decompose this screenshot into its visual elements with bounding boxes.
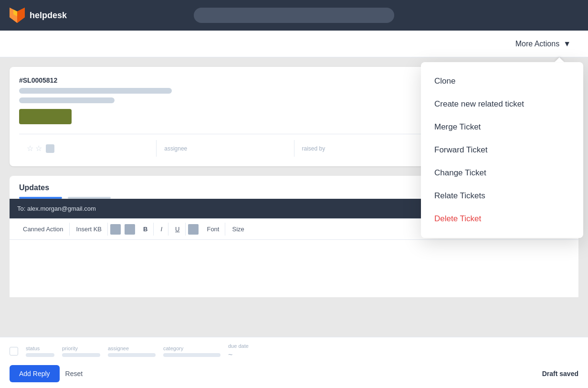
assignee-label: assignee (164, 145, 187, 152)
due-date-value: ~ (228, 351, 249, 359)
color-box-3[interactable] (188, 224, 199, 235)
underline-button[interactable]: U (169, 223, 186, 236)
meta-icon-box (46, 144, 54, 153)
color-box-1[interactable] (110, 224, 121, 235)
compose-area[interactable] (10, 240, 578, 297)
font-button[interactable]: Font (201, 223, 225, 236)
logo-text: helpdesk (30, 11, 67, 21)
raised-by-label: raised by (302, 145, 326, 152)
meta-assignee: assignee (157, 140, 294, 157)
dropdown-item-forward[interactable]: Forward Ticket (421, 139, 583, 162)
assignee-label-bottom: assignee (108, 345, 156, 351)
status-bar (26, 353, 54, 357)
meta-raised-by: raised by (294, 140, 432, 157)
more-actions-button[interactable]: More Actions ▼ (510, 36, 577, 52)
ticket-title-placeholder (19, 88, 172, 94)
more-actions-dropdown: Clone Create new related ticket Merge Ti… (421, 62, 583, 238)
svg-marker-2 (17, 8, 25, 23)
assignee-bar (108, 353, 156, 357)
priority-label: priority (62, 345, 100, 351)
dropdown-item-relate[interactable]: Relate Tickets (421, 184, 583, 207)
due-date-label: due date (228, 343, 249, 349)
assignee-field: assignee (108, 345, 156, 357)
italic-button[interactable]: I (155, 223, 168, 236)
category-bar (163, 353, 220, 357)
action-buttons: Add Reply Reset (10, 365, 83, 382)
insert-kb-button[interactable]: Insert KB (71, 223, 108, 236)
logo-icon (10, 8, 25, 23)
tab-inactive[interactable] (68, 197, 111, 199)
dropdown-item-merge[interactable]: Merge Ticket (421, 116, 583, 139)
draft-saved-status: Draft saved (542, 370, 578, 377)
tab-active[interactable] (19, 197, 62, 199)
priority-bar (62, 353, 100, 357)
canned-action-button[interactable]: Canned Action (17, 223, 70, 236)
category-field: category (163, 345, 220, 357)
size-button[interactable]: Size (226, 223, 250, 236)
reply-to: To: alex.morgan@gmail.com (17, 205, 96, 212)
dropdown-item-change[interactable]: Change Ticket (421, 162, 583, 184)
search-container (194, 8, 394, 23)
more-actions-label: More Actions (515, 40, 559, 48)
reset-button[interactable]: Reset (65, 370, 83, 377)
due-date-field: due date ~ (228, 343, 249, 359)
add-reply-button[interactable]: Add Reply (10, 365, 60, 382)
star-icons: ☆ ☆ (27, 144, 42, 153)
dropdown-item-delete[interactable]: Delete Ticket (421, 207, 583, 230)
bold-button[interactable]: B (137, 223, 154, 236)
dropdown-item-create-related[interactable]: Create new related ticket (421, 93, 583, 116)
color-box-2[interactable] (125, 224, 135, 235)
ticket-subtitle-placeholder (19, 97, 115, 103)
bottom-fields: status priority assignee category due da… (10, 343, 578, 359)
action-bar: More Actions ▼ (0, 31, 588, 57)
status-field: status (26, 345, 54, 357)
select-checkbox[interactable] (10, 347, 18, 356)
priority-field: priority (62, 345, 100, 357)
dropdown-arrow (555, 57, 564, 62)
ticket-status-badge (19, 109, 72, 124)
dropdown-item-clone[interactable]: Clone (421, 70, 583, 93)
search-input[interactable] (194, 8, 394, 23)
chevron-down-icon: ▼ (563, 40, 571, 48)
bottom-bar: status priority assignee category due da… (0, 337, 588, 388)
bottom-actions: Add Reply Reset Draft saved (10, 365, 578, 382)
navbar: helpdesk (0, 0, 588, 31)
category-label: category (163, 345, 220, 351)
meta-icons: ☆ ☆ (19, 140, 157, 157)
logo: helpdesk (10, 8, 67, 23)
status-label: status (26, 345, 54, 351)
